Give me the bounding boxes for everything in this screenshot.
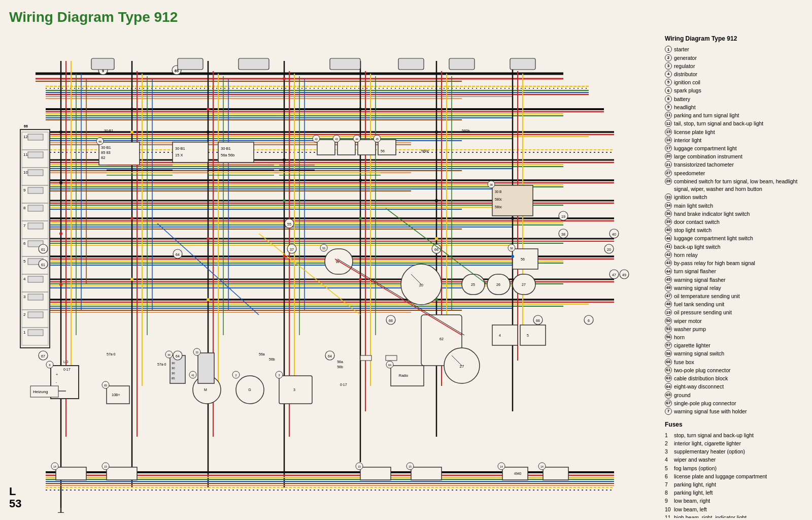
legend-circle: 15 [665,128,672,136]
legend-item: 16interior light [665,137,807,144]
svg-text:30: 30 [172,367,175,370]
svg-point-304 [130,108,133,111]
legend-circle: 27 [665,170,672,177]
fuse-text: parking light, right [674,481,716,489]
legend-item: 2generator [665,54,807,62]
svg-rect-146 [28,276,43,282]
svg-rect-174 [91,58,114,70]
svg-point-312 [283,255,286,258]
svg-rect-368 [360,355,371,361]
svg-point-371 [359,108,362,111]
svg-rect-354 [411,467,442,480]
svg-text:56: 56 [510,247,513,250]
svg-text:26: 26 [496,283,500,286]
legend-circle: 67 [665,400,672,407]
svg-text:19: 19 [561,215,565,218]
svg-text:45: 45 [376,138,379,141]
svg-point-311 [207,237,210,240]
legend-item: 63cable distribution block [665,375,807,382]
legend-item: 44turn signal flasher [665,268,807,275]
svg-rect-361 [543,467,568,480]
legend-text: fuel tank sending unit [674,301,724,308]
fuse-text: low beam, right [674,497,710,505]
svg-rect-176 [239,58,269,70]
legend-circle: 44 [665,268,672,275]
svg-text:4: 4 [23,277,26,281]
legend-text: washer pump [674,326,706,333]
svg-text:85: 85 [172,377,175,380]
legend-circle: 8 [665,95,672,103]
legend-circle: 47 [665,292,672,300]
fuses-section: Fuses 1stop, turn signal and back-up lig… [665,420,807,518]
svg-rect-137 [28,223,43,229]
legend-text: battery [674,95,690,103]
svg-text:30: 30 [172,362,175,365]
legend-circle: 21 [665,161,672,168]
legend-text: distributor [674,71,697,78]
legend-circle: 33 [665,193,672,201]
legend-text: single-pole plug connector [674,400,736,407]
legend-text: oil temperature sending unit [674,292,740,300]
svg-rect-175 [178,58,203,70]
svg-rect-187 [173,142,208,162]
svg-text:14: 14 [53,465,56,468]
svg-rect-134 [28,205,43,211]
fuse-number: 9 [665,497,674,505]
svg-text:25: 25 [471,283,475,286]
legend-text: interior light [674,137,701,144]
svg-text:6: 6 [588,319,590,322]
legend-circle: 2 [665,54,672,61]
legend-item: 4distributor [665,71,807,78]
svg-text:30 B: 30 B [495,190,501,193]
svg-text:27: 27 [460,364,464,369]
legend-circle: 39 [665,218,672,225]
legend-circle: 53 [665,326,672,333]
legend-item: 40stop light switch [665,226,807,234]
legend-circle: 28 [665,178,672,185]
legend-item: 8battery [665,95,807,103]
fuse-item: 2interior light, cigarette lighter [665,440,807,447]
legend-item: 61two-pole plug connector [665,367,807,374]
legend-circle: 46 [665,235,672,242]
legend-text: starter [674,46,689,53]
svg-text:14: 14 [500,465,503,468]
legend-text: horn [674,334,685,341]
svg-point-306 [283,158,286,161]
svg-text:56b: 56b [269,358,275,361]
svg-text:56: 56 [381,149,385,153]
svg-text:G: G [248,388,251,392]
svg-point-313 [359,278,362,281]
fuse-text: low beam, left [674,506,707,513]
svg-text:Heizung: Heizung [33,389,48,394]
svg-text:30·B1: 30·B1 [175,146,185,151]
svg-text:64: 64 [176,354,180,358]
svg-point-317 [59,131,62,134]
legend-circle: 3 [665,62,672,70]
svg-text:43: 43 [335,138,338,141]
legend-item: 66fuse box [665,359,807,366]
fuse-text: stop, turn signal and back-up light [674,432,754,439]
svg-text:5: 5 [527,334,529,337]
legend-circle: 16 [665,137,672,144]
svg-rect-178 [398,58,424,70]
fuse-item: 8parking light, left [665,489,807,497]
legend-text: headlight [674,104,696,111]
svg-text:580c: 580c [495,198,502,201]
svg-text:56a: 56a [337,360,343,364]
svg-text:9: 9 [23,188,26,192]
fuse-number: 5 [665,465,674,472]
svg-text:55: 55 [322,247,325,250]
svg-text:64: 64 [388,364,391,367]
legend-item: 1starter [665,46,807,53]
svg-point-377 [435,237,438,240]
svg-text:560c: 560c [421,149,429,153]
legend-circle: 56 [665,334,672,341]
legend-circle: 20 [665,153,672,160]
svg-point-318 [59,181,62,184]
svg-rect-351 [360,467,391,480]
svg-text:58bc: 58bc [495,205,502,209]
legend-circle: 64 [665,383,672,390]
svg-rect-251 [337,140,355,155]
svg-text:57a·0: 57a·0 [157,363,166,366]
fuse-text: parking light, left [674,489,713,497]
